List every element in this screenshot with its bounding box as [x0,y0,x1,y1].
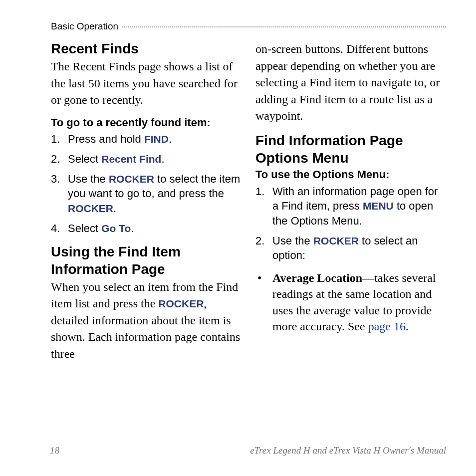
keyword-rocker: ROCKER [313,235,359,246]
heading-options-menu: Find Information Page Options Menu [255,132,446,167]
keyword-rocker: ROCKER [68,203,113,214]
step-2: Select Recent Find. [51,152,241,167]
para-using-find-item: When you select an item from the Find it… [51,279,241,363]
bullet-term: Average Location [272,271,362,284]
keyword-find: FIND [144,133,169,145]
para-recent-finds: The Recent Finds page shows a list of th… [51,58,241,109]
options-step-2: Use the ROCKER to select an option: [255,234,446,263]
page-footer: 18 eTrex Legend H and eTrex Vista H Owne… [50,445,446,456]
heading-recent-finds: Recent Finds [51,40,241,57]
left-column: Recent Finds The Recent Finds page shows… [51,38,241,369]
lead-goto-recent: To go to a recently found item: [51,116,241,130]
keyword-menu: MENU [363,200,394,212]
keyword-rocker: ROCKER [109,173,154,185]
content-columns: Recent Finds The Recent Finds page shows… [51,38,446,369]
options-step-1: With an information page open for a Find… [255,184,446,229]
heading-using-find-item: Using the Find Item Information Page [51,243,241,278]
keyword-recent-find: Recent Find [101,153,161,165]
bullet-average-location: Average Location—takes several readings … [255,270,446,335]
keyword-rocker: ROCKER [158,298,204,309]
page-header: Basic Operation [51,21,446,32]
lead-use-options: To use the Options Menu: [255,168,446,182]
keyword-goto: Go To [101,223,131,234]
options-bullet-list: Average Location—takes several readings … [255,270,446,335]
manual-title: eTrex Legend H and eTrex Vista H Owner's… [250,445,446,456]
steps-options-menu: With an information page open for a Find… [255,184,446,263]
page-number: 18 [50,445,59,456]
header-section-label: Basic Operation [51,21,122,32]
step-1: Press and hold FIND. [51,132,241,147]
step-3: Use the ROCKER to select the item you wa… [51,172,241,216]
header-divider [122,26,446,27]
steps-goto-recent: Press and hold FIND. Select Recent Find.… [51,132,241,236]
link-page-16[interactable]: page 16 [368,320,406,333]
right-column: on-screen buttons. Different buttons app… [255,38,446,369]
para-continuation: on-screen buttons. Different buttons app… [255,41,446,125]
step-4: Select Go To. [51,221,241,236]
